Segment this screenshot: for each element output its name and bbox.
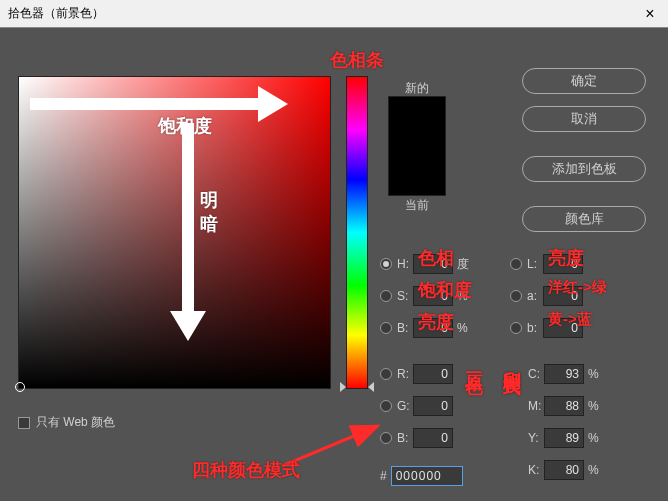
color-libraries-button[interactable]: 颜色库 (522, 206, 646, 232)
label-M: M: (528, 399, 544, 413)
radio-b[interactable] (510, 322, 522, 334)
radio-L[interactable] (510, 258, 522, 270)
anno-cmyk: 印刷模式 (500, 356, 524, 364)
web-only-label: 只有 Web 颜色 (36, 414, 115, 431)
input-C[interactable] (544, 364, 584, 384)
anno-hue-strip: 色相条 (330, 48, 384, 72)
swatch-current (389, 146, 445, 195)
label-K: K: (528, 463, 544, 477)
input-G[interactable] (413, 396, 453, 416)
label-a: a: (527, 289, 543, 303)
unit-M: % (588, 399, 602, 413)
input-Bv[interactable] (413, 318, 453, 338)
color-field-cursor (15, 382, 25, 392)
unit-H: 度 (457, 256, 471, 273)
label-H: H: (397, 257, 413, 271)
color-swatch (388, 96, 446, 196)
swatch-new-label: 新的 (388, 80, 446, 97)
radio-R[interactable] (380, 368, 392, 380)
label-b: b: (527, 321, 543, 335)
unit-K: % (588, 463, 602, 477)
input-L[interactable] (543, 254, 583, 274)
radio-sat[interactable] (380, 290, 392, 302)
radio-hue[interactable] (380, 258, 392, 270)
close-icon[interactable]: × (640, 5, 660, 23)
label-Y: Y: (528, 431, 544, 445)
label-R: R: (397, 367, 413, 381)
input-H[interactable] (413, 254, 453, 274)
window-title: 拾色器（前景色） (8, 5, 640, 22)
label-Bc: B: (397, 431, 413, 445)
input-hex[interactable] (391, 466, 463, 486)
input-R[interactable] (413, 364, 453, 384)
input-a[interactable] (543, 286, 583, 306)
swatch-current-label: 当前 (388, 197, 446, 214)
hue-strip[interactable] (346, 76, 368, 389)
web-only-checkbox[interactable]: 只有 Web 颜色 (18, 414, 115, 431)
color-field[interactable] (18, 76, 331, 389)
label-C: C: (528, 367, 544, 381)
anno-modes: 四种颜色模式 (192, 458, 300, 482)
arrow-modes-icon (278, 420, 384, 470)
label-G: G: (397, 399, 413, 413)
dialog-body: 新的 当前 确定 取消 添加到色板 颜色库 H: 度 S: % B: % R: … (0, 28, 668, 501)
swatch-new (389, 97, 445, 146)
svg-line-1 (282, 426, 378, 466)
input-Bc[interactable] (413, 428, 453, 448)
radio-bri[interactable] (380, 322, 392, 334)
input-b[interactable] (543, 318, 583, 338)
add-to-swatches-button[interactable]: 添加到色板 (522, 156, 646, 182)
input-M[interactable] (544, 396, 584, 416)
cancel-button[interactable]: 取消 (522, 106, 646, 132)
unit-S: % (457, 289, 471, 303)
checkbox-icon (18, 417, 30, 429)
unit-Bv: % (457, 321, 471, 335)
input-Y[interactable] (544, 428, 584, 448)
unit-C: % (588, 367, 602, 381)
radio-G[interactable] (380, 400, 392, 412)
window-titlebar: 拾色器（前景色） × (0, 0, 668, 28)
ok-button[interactable]: 确定 (522, 68, 646, 94)
radio-Bc[interactable] (380, 432, 392, 444)
radio-a[interactable] (510, 290, 522, 302)
unit-Y: % (588, 431, 602, 445)
input-S[interactable] (413, 286, 453, 306)
input-K[interactable] (544, 460, 584, 480)
anno-rgb: 三原色 (462, 358, 486, 364)
hex-label: # (380, 469, 387, 483)
label-L: L: (527, 257, 543, 271)
label-S: S: (397, 289, 413, 303)
label-Bv: B: (397, 321, 413, 335)
